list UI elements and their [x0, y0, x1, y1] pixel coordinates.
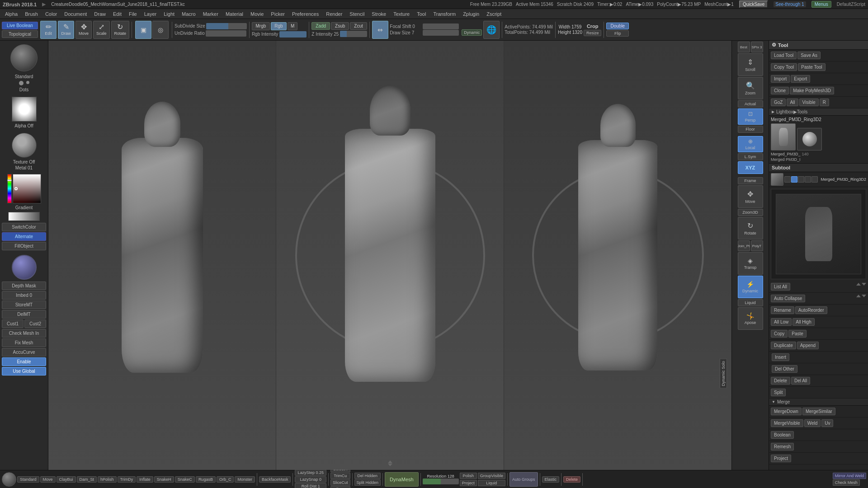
hpolish-btn[interactable]: hPolish [98, 476, 117, 483]
del-other-btn[interactable]: Del Other [772, 365, 797, 373]
copy-tool-btn[interactable]: Copy Tool [771, 63, 797, 71]
xyz-btn[interactable]: XYZ [738, 161, 763, 174]
monster-btn[interactable]: Monster [235, 476, 255, 483]
spix-btn[interactable]: SPix 3 [751, 42, 763, 52]
join-pt-btn[interactable]: Join_Pt [738, 240, 750, 251]
see-through[interactable]: See-through 1 [774, 1, 806, 7]
gradient-preview[interactable] [8, 212, 40, 221]
export-btn[interactable]: Export [791, 75, 810, 83]
import-btn[interactable]: Import [771, 75, 790, 83]
menu-macro[interactable]: Macro [179, 10, 199, 18]
move3d-btn[interactable]: ✥ Move [738, 185, 763, 208]
project-btm-btn[interactable]: Project [460, 480, 477, 486]
snakeh-btn[interactable]: SnakeH [154, 476, 174, 483]
subtool-scroll-down[interactable] [862, 283, 866, 286]
cust1-btn[interactable]: Cust1 [2, 319, 24, 328]
project-btn[interactable]: Project [771, 455, 791, 462]
subtool-toggle-4[interactable] [805, 176, 811, 183]
uv-btn[interactable]: Uv [821, 419, 833, 427]
polish-btn[interactable]: Polish [460, 473, 477, 479]
duplicate-btn[interactable]: Duplicate [771, 342, 796, 349]
scroll-up-arrow[interactable] [388, 460, 392, 463]
menu-zplugin[interactable]: Zplugin [460, 10, 482, 18]
merge-section[interactable]: ▼ Merge [769, 399, 868, 406]
menu-marker[interactable]: Marker [200, 10, 222, 18]
floor-btn[interactable]: Floor [738, 126, 763, 133]
lightbox-btn[interactable]: ▶ Lightbox▶Tools [769, 108, 868, 116]
menu-file[interactable]: File [126, 10, 140, 18]
claybui-btn[interactable]: ClayBui [57, 476, 76, 483]
store-mt-btn[interactable]: StoreMT [2, 300, 46, 309]
move-brush-btn[interactable]: Move [40, 476, 56, 483]
clip-cur-btn[interactable]: ClipCur [330, 486, 350, 488]
brush-circle-btn[interactable]: ◎ [152, 21, 169, 39]
merge-similar-btn[interactable]: MergeSimilar [802, 408, 835, 415]
quicksave-button[interactable]: QuickSave [739, 0, 768, 8]
resize-btn[interactable]: Resize [584, 30, 602, 36]
group-visible-btn[interactable]: GroupVisible [478, 473, 505, 479]
save-as-btn[interactable]: Save As [797, 52, 821, 59]
weld-btn[interactable]: Weld [804, 419, 821, 427]
split-hidden-btn[interactable]: Split Hidden [354, 479, 381, 486]
delete-btm-btn[interactable]: Delete [563, 476, 580, 483]
actual-btn[interactable]: Actual [738, 100, 763, 108]
remesh-btn[interactable]: Remesh [771, 443, 794, 450]
menu-movie[interactable]: Movie [247, 10, 267, 18]
canvas-area[interactable]: Dynamic Solo [48, 41, 731, 470]
liquid-btm-btn[interactable]: Liquid [478, 480, 505, 486]
flip-btn[interactable]: Flip [606, 30, 629, 37]
hue-slider[interactable] [7, 174, 12, 203]
accu-curve-btn[interactable]: AccuCurve [2, 348, 46, 357]
menu-document[interactable]: Document [61, 10, 90, 18]
dynamic-btn[interactable]: Dynamic [462, 29, 482, 36]
menu-texture[interactable]: Texture [390, 10, 413, 18]
menu-alpha[interactable]: Alpha [2, 10, 21, 18]
merge-visible-btn[interactable]: MergeVisible [771, 419, 803, 427]
menu-draw[interactable]: Draw [91, 10, 109, 18]
imbed-btn[interactable]: Imbed 0 [2, 291, 46, 300]
backface-mask-btn[interactable]: BackfaceMask [259, 476, 291, 483]
menu-preferences[interactable]: Preferences [289, 10, 322, 18]
menu-transform[interactable]: Transform [430, 10, 459, 18]
all-high-btn[interactable]: All High [793, 318, 814, 326]
switch-color-btn[interactable]: SwitchColor [2, 223, 46, 231]
visible-btn[interactable]: Visible [799, 99, 819, 106]
trimdy-btn[interactable]: TrimDy [118, 476, 136, 483]
menu-material[interactable]: Material [222, 10, 246, 18]
focal-shift-slider[interactable] [423, 23, 459, 29]
texture-preview[interactable] [12, 133, 37, 158]
zadd-btn[interactable]: Zadd [311, 22, 330, 30]
dam-st-btn[interactable]: Dam_St [77, 476, 97, 483]
load-tool-btn[interactable]: Load Tool [771, 52, 797, 59]
elastic-btn[interactable]: Elastic [542, 476, 560, 483]
make-polymesh-btn[interactable]: Make PolyMesh3D [790, 87, 834, 94]
menu-picker[interactable]: Picker [268, 10, 288, 18]
transp-btn[interactable]: ◈ Transp [738, 252, 763, 275]
slice-cut-btn[interactable]: SliceCut [330, 479, 350, 486]
copy-btn[interactable]: Copy [771, 330, 788, 338]
menu-edit[interactable]: Edit [110, 10, 125, 18]
cust2-btn[interactable]: Cust2 [24, 319, 46, 328]
lazy-step-btn[interactable]: LazyStep 0.25 [295, 469, 326, 476]
rgb-btn[interactable]: Rgb [271, 22, 287, 30]
mirror-weld-btn[interactable]: Mirror And Weld [833, 473, 866, 479]
m-btn[interactable]: M [288, 22, 297, 30]
fix-mesh-btn[interactable]: Fix Mesh [2, 338, 46, 347]
trim-cu-btn[interactable]: TrimCu [330, 473, 350, 479]
del-hidden-btn[interactable]: Del Hidden [354, 473, 381, 479]
menu-tool[interactable]: Tool [414, 10, 429, 18]
enable-btn[interactable]: Enable [2, 357, 46, 366]
apose-btn[interactable]: 🤸 Apose [738, 307, 763, 330]
menu-zscript[interactable]: Zscript [483, 10, 505, 18]
split-btn[interactable]: Split [771, 389, 786, 396]
scale-btn[interactable]: ⤢ Scale [93, 21, 110, 39]
auto-groups-btn[interactable]: Auto Groups [509, 472, 538, 487]
alpha-preview[interactable] [12, 97, 37, 122]
alternate-btn[interactable]: Alternate [2, 232, 46, 241]
append-btn[interactable]: Append [797, 342, 819, 349]
auto-collapse-down[interactable] [862, 295, 866, 297]
symmetry-globe-btn[interactable]: 🌐 [483, 21, 500, 39]
subtool-toggle-5[interactable] [811, 176, 818, 183]
fill-object-btn[interactable]: FillObject [2, 242, 46, 250]
rotate3d-btn[interactable]: ↻ Rotate [738, 217, 763, 239]
